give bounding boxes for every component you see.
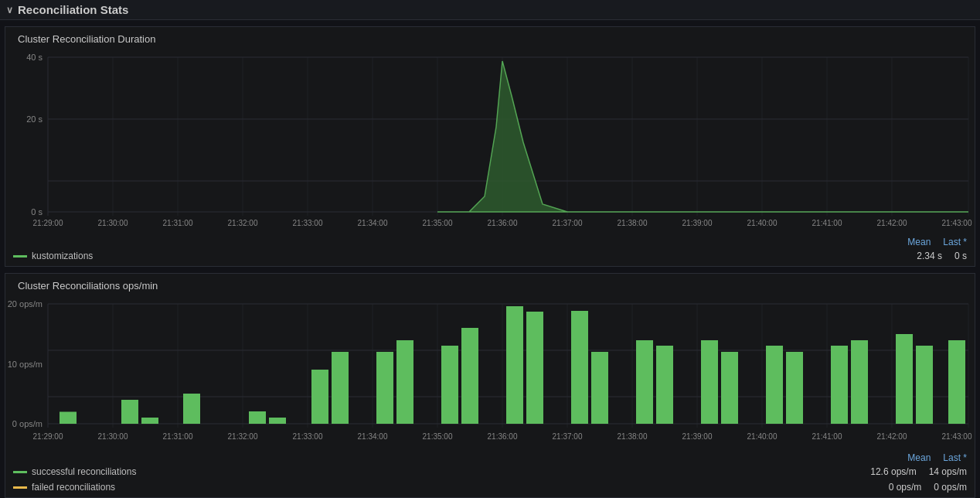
chart2-legend-name-success: successful reconciliations bbox=[32, 466, 136, 477]
svg-rect-74 bbox=[571, 311, 588, 424]
chart1-mean-last-header: Mean Last * bbox=[5, 235, 975, 247]
chart1-mean-value: 2.34 s bbox=[917, 251, 942, 261]
svg-rect-72 bbox=[506, 306, 523, 424]
svg-rect-71 bbox=[461, 328, 478, 424]
svg-rect-73 bbox=[526, 312, 543, 424]
svg-marker-22 bbox=[437, 61, 968, 212]
chart1-legend-left: kustomizations bbox=[13, 251, 93, 261]
chart2-mean-success: 12.6 ops/m bbox=[870, 466, 916, 477]
svg-rect-70 bbox=[441, 346, 458, 424]
svg-text:21:36:00: 21:36:00 bbox=[488, 432, 518, 441]
svg-text:21:39:00: 21:39:00 bbox=[682, 219, 713, 227]
chart2-svg: 20 ops/m 10 ops/m 0 ops/m bbox=[5, 296, 976, 451]
svg-rect-81 bbox=[786, 352, 803, 424]
svg-rect-66 bbox=[311, 370, 328, 424]
chart2-legend-line-failed bbox=[13, 486, 27, 489]
section-header: ∨ Reconciliation Stats bbox=[0, 0, 980, 20]
svg-text:0 s: 0 s bbox=[31, 207, 43, 217]
chart2-legend-line-success bbox=[13, 471, 27, 473]
section-title: Reconciliation Stats bbox=[18, 3, 128, 16]
chevron-icon: ∨ bbox=[6, 5, 13, 15]
svg-text:21:29:00: 21:29:00 bbox=[33, 432, 63, 441]
svg-rect-85 bbox=[916, 346, 933, 424]
chart2-panel: Cluster Reconciliations ops/min bbox=[5, 273, 975, 498]
svg-rect-60 bbox=[60, 412, 77, 425]
svg-rect-79 bbox=[721, 352, 738, 424]
chart2-mean-failed: 0 ops/m bbox=[889, 482, 922, 493]
svg-text:0 ops/m: 0 ops/m bbox=[12, 419, 43, 428]
svg-rect-76 bbox=[636, 340, 653, 424]
svg-text:20 s: 20 s bbox=[26, 114, 43, 124]
svg-text:21:37:00: 21:37:00 bbox=[553, 219, 583, 227]
chart1-svg: 40 s 20 s 0 s 21:29:00 21:30:00 21:31:00… bbox=[5, 49, 976, 235]
chart2-mean-label: Mean bbox=[907, 452, 931, 463]
svg-text:21:40:00: 21:40:00 bbox=[747, 432, 778, 441]
chart1-legend-row: kustomizations 2.34 s 0 s bbox=[5, 247, 975, 263]
svg-text:21:31:00: 21:31:00 bbox=[163, 432, 193, 441]
svg-text:21:30:00: 21:30:00 bbox=[98, 432, 128, 441]
svg-text:21:33:00: 21:33:00 bbox=[293, 219, 323, 227]
svg-text:21:38:00: 21:38:00 bbox=[618, 219, 648, 227]
chart2-legend-row-failed: failed reconciliations 0 ops/m 0 ops/m bbox=[5, 479, 975, 494]
svg-rect-83 bbox=[851, 340, 868, 424]
chart1-legend-line bbox=[13, 255, 27, 258]
chart1-last-value: 0 s bbox=[954, 251, 967, 261]
chart1-title: Cluster Reconciliation Duration bbox=[5, 33, 975, 49]
chart1-panel: Cluster Reconciliation Duration bbox=[5, 26, 975, 267]
chart1-mean-label: Mean bbox=[907, 237, 931, 247]
chart2-legend-name-failed: failed reconciliations bbox=[32, 482, 115, 493]
svg-text:21:40:00: 21:40:00 bbox=[747, 219, 778, 227]
svg-text:21:42:00: 21:42:00 bbox=[877, 432, 907, 441]
chart2-last-success: 14 ops/m bbox=[929, 466, 967, 477]
svg-rect-61 bbox=[121, 400, 138, 424]
chart2-mean-last-header: Mean Last * bbox=[5, 451, 975, 463]
svg-text:21:33:00: 21:33:00 bbox=[293, 432, 323, 441]
svg-text:21:35:00: 21:35:00 bbox=[423, 432, 453, 441]
svg-text:21:35:00: 21:35:00 bbox=[423, 219, 453, 227]
svg-text:21:31:00: 21:31:00 bbox=[163, 219, 193, 227]
svg-rect-75 bbox=[591, 352, 608, 424]
svg-rect-69 bbox=[396, 340, 413, 424]
svg-rect-77 bbox=[656, 346, 673, 424]
svg-text:21:43:00: 21:43:00 bbox=[942, 432, 972, 441]
chart1-last-label: Last * bbox=[943, 237, 967, 247]
svg-rect-86 bbox=[948, 340, 965, 424]
svg-rect-67 bbox=[332, 352, 349, 424]
chart2-area: 20 ops/m 10 ops/m 0 ops/m bbox=[5, 296, 975, 451]
svg-text:21:39:00: 21:39:00 bbox=[682, 432, 713, 441]
chart2-legend-values-success: 12.6 ops/m 14 ops/m bbox=[870, 466, 967, 477]
svg-text:21:32:00: 21:32:00 bbox=[228, 219, 258, 227]
svg-text:21:41:00: 21:41:00 bbox=[812, 219, 842, 227]
svg-text:21:30:00: 21:30:00 bbox=[98, 219, 128, 227]
chart2-title: Cluster Reconciliations ops/min bbox=[5, 280, 975, 296]
chart2-last-failed: 0 ops/m bbox=[934, 482, 967, 493]
svg-rect-62 bbox=[141, 418, 158, 424]
chart1-legend-name: kustomizations bbox=[32, 251, 93, 261]
svg-text:21:42:00: 21:42:00 bbox=[877, 219, 907, 227]
svg-text:21:29:00: 21:29:00 bbox=[33, 219, 63, 227]
svg-text:21:43:00: 21:43:00 bbox=[942, 219, 972, 227]
chart2-legend-left-failed: failed reconciliations bbox=[13, 482, 115, 493]
svg-rect-78 bbox=[701, 340, 718, 424]
chart1-legend-values: 2.34 s 0 s bbox=[917, 251, 967, 261]
chart2-legend-row-success: successful reconciliations 12.6 ops/m 14… bbox=[5, 463, 975, 479]
svg-rect-84 bbox=[896, 334, 913, 424]
svg-text:21:34:00: 21:34:00 bbox=[358, 219, 388, 227]
svg-text:21:36:00: 21:36:00 bbox=[488, 219, 518, 227]
svg-text:21:34:00: 21:34:00 bbox=[358, 432, 388, 441]
svg-rect-82 bbox=[831, 346, 848, 424]
svg-rect-80 bbox=[766, 346, 783, 424]
svg-text:21:38:00: 21:38:00 bbox=[618, 432, 648, 441]
svg-rect-64 bbox=[249, 411, 266, 424]
svg-rect-63 bbox=[183, 394, 200, 424]
chart2-last-label: Last * bbox=[943, 452, 967, 463]
svg-rect-65 bbox=[269, 418, 286, 424]
chart2-legend-left-success: successful reconciliations bbox=[13, 466, 136, 477]
svg-text:40 s: 40 s bbox=[26, 53, 43, 62]
svg-rect-68 bbox=[376, 352, 393, 424]
chart2-legend-values-failed: 0 ops/m 0 ops/m bbox=[889, 482, 967, 493]
chart1-area: 40 s 20 s 0 s 21:29:00 21:30:00 21:31:00… bbox=[5, 49, 975, 235]
svg-text:20 ops/m: 20 ops/m bbox=[8, 299, 43, 309]
svg-text:21:41:00: 21:41:00 bbox=[812, 432, 842, 441]
svg-text:21:32:00: 21:32:00 bbox=[228, 432, 258, 441]
